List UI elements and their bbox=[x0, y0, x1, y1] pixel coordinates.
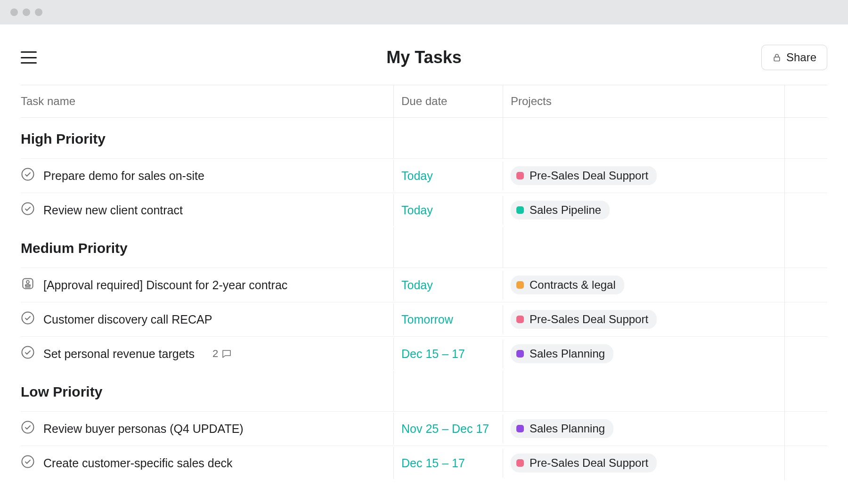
comment-count[interactable]: 2 bbox=[212, 348, 232, 360]
task-name: Set personal revenue targets bbox=[43, 347, 195, 361]
share-label: Share bbox=[786, 51, 816, 64]
row-extra bbox=[785, 203, 827, 218]
menu-icon[interactable] bbox=[21, 51, 37, 64]
check-circle-icon bbox=[21, 345, 35, 359]
project-pill[interactable]: Pre-Sales Deal Support bbox=[511, 454, 657, 472]
task-row[interactable]: Customer discovery call RECAP Tomorrow P… bbox=[21, 302, 827, 336]
col-due-date[interactable]: Due date bbox=[394, 85, 503, 117]
complete-toggle[interactable] bbox=[21, 276, 35, 293]
task-row[interactable]: Review new client contract Today Sales P… bbox=[21, 193, 827, 227]
section-header[interactable]: Low Priority bbox=[21, 371, 827, 411]
task-name: Review buyer personas (Q4 UPDATE) bbox=[43, 422, 244, 436]
due-date[interactable]: Today bbox=[394, 271, 503, 300]
project-pill[interactable]: Sales Planning bbox=[511, 344, 613, 363]
window-titlebar bbox=[0, 0, 848, 24]
traffic-light-max-icon[interactable] bbox=[35, 8, 42, 16]
section-title: Medium Priority bbox=[21, 240, 128, 256]
section-header[interactable]: High Priority bbox=[21, 118, 827, 158]
section-title: Low Priority bbox=[21, 384, 102, 399]
page-title: My Tasks bbox=[386, 48, 461, 67]
check-circle-icon bbox=[21, 311, 35, 325]
project-color-icon bbox=[516, 459, 524, 467]
project-pill[interactable]: Sales Pipeline bbox=[511, 201, 610, 219]
row-extra bbox=[785, 455, 827, 471]
task-name: Review new client contract bbox=[43, 203, 183, 217]
comment-icon bbox=[221, 348, 232, 359]
traffic-light-min-icon[interactable] bbox=[23, 8, 30, 16]
project-label: Pre-Sales Deal Support bbox=[530, 169, 648, 182]
complete-toggle[interactable] bbox=[21, 167, 35, 184]
due-date[interactable]: Today bbox=[394, 196, 503, 225]
project-pill[interactable]: Sales Planning bbox=[511, 419, 613, 438]
task-name: Create customer-specific sales deck bbox=[43, 456, 233, 470]
project-color-icon bbox=[516, 350, 524, 358]
check-circle-icon bbox=[21, 202, 35, 216]
section-title: High Priority bbox=[21, 131, 106, 146]
project-label: Sales Planning bbox=[530, 347, 605, 360]
share-button[interactable]: Share bbox=[761, 45, 827, 70]
traffic-light-close-icon[interactable] bbox=[10, 8, 18, 16]
table-header: Task name Due date Projects bbox=[21, 85, 827, 118]
due-date[interactable]: Tomorrow bbox=[394, 305, 503, 334]
col-task-name[interactable]: Task name bbox=[21, 85, 394, 117]
project-pill[interactable]: Pre-Sales Deal Support bbox=[511, 166, 657, 185]
project-color-icon bbox=[516, 172, 524, 179]
row-extra bbox=[785, 346, 827, 361]
complete-toggle[interactable] bbox=[21, 420, 35, 437]
project-pill[interactable]: Pre-Sales Deal Support bbox=[511, 310, 657, 329]
check-circle-icon bbox=[21, 455, 35, 469]
project-color-icon bbox=[516, 206, 524, 214]
page-header: My Tasks Share bbox=[21, 43, 827, 72]
due-date[interactable]: Nov 25 – Dec 17 bbox=[394, 415, 503, 443]
project-color-icon bbox=[516, 316, 524, 323]
complete-toggle[interactable] bbox=[21, 455, 35, 471]
due-date[interactable]: Today bbox=[394, 162, 503, 190]
task-row[interactable]: Review buyer personas (Q4 UPDATE) Nov 25… bbox=[21, 411, 827, 446]
project-label: Sales Planning bbox=[530, 422, 605, 435]
complete-toggle[interactable] bbox=[21, 311, 35, 328]
row-extra bbox=[785, 168, 827, 183]
project-label: Contracts & legal bbox=[530, 278, 616, 292]
row-extra bbox=[785, 312, 827, 327]
task-name: [Approval required] Discount for 2-year … bbox=[43, 278, 287, 292]
lock-icon bbox=[772, 53, 782, 62]
task-name: Customer discovery call RECAP bbox=[43, 313, 212, 326]
task-table: Task name Due date Projects High Priorit… bbox=[21, 85, 827, 480]
check-circle-icon bbox=[21, 167, 35, 181]
row-extra bbox=[785, 421, 827, 436]
project-label: Pre-Sales Deal Support bbox=[530, 456, 648, 470]
section-header[interactable]: Medium Priority bbox=[21, 227, 827, 268]
task-row[interactable]: [Approval required] Discount for 2-year … bbox=[21, 268, 827, 302]
row-extra bbox=[785, 277, 827, 293]
col-extra bbox=[785, 85, 827, 117]
svg-rect-0 bbox=[774, 57, 780, 61]
project-color-icon bbox=[516, 425, 524, 432]
task-row[interactable]: Set personal revenue targets 2 Dec 15 – … bbox=[21, 336, 827, 371]
approval-stamp-icon bbox=[21, 276, 35, 291]
complete-toggle[interactable] bbox=[21, 345, 35, 362]
comment-count-value: 2 bbox=[212, 348, 218, 360]
col-projects[interactable]: Projects bbox=[503, 85, 785, 117]
task-row[interactable]: Create customer-specific sales deck Dec … bbox=[21, 446, 827, 480]
due-date[interactable]: Dec 15 – 17 bbox=[394, 449, 503, 478]
task-row[interactable]: Prepare demo for sales on-site Today Pre… bbox=[21, 158, 827, 193]
project-pill[interactable]: Contracts & legal bbox=[511, 276, 624, 294]
due-date[interactable]: Dec 15 – 17 bbox=[394, 340, 503, 368]
check-circle-icon bbox=[21, 420, 35, 434]
project-label: Pre-Sales Deal Support bbox=[530, 313, 648, 326]
complete-toggle[interactable] bbox=[21, 202, 35, 219]
task-name: Prepare demo for sales on-site bbox=[43, 169, 204, 183]
project-color-icon bbox=[516, 281, 524, 289]
project-label: Sales Pipeline bbox=[530, 203, 601, 217]
